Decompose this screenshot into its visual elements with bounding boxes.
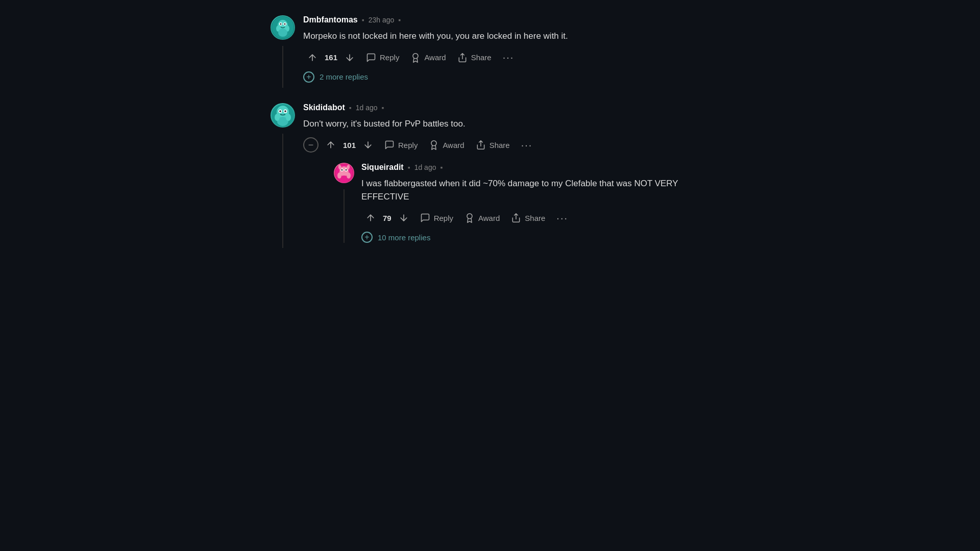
downvote-icon [345, 53, 355, 63]
nested-vote-count-1: 79 [383, 214, 391, 222]
award-button-nested-1[interactable]: Award [460, 210, 504, 226]
downvote-button-2[interactable] [359, 137, 377, 153]
reply-icon-nested [420, 213, 430, 223]
comment-body-1: Dmbfantomas ▪ 23h ago ▪ Morpeko is not l… [303, 15, 709, 83]
downvote-icon-nested [399, 213, 409, 223]
collapse-button-2[interactable]: − [303, 137, 318, 153]
nested-more-replies-1[interactable]: + 10 more replies [361, 232, 709, 243]
nested-text-1: I was flabbergasted when it did ~70% dam… [361, 177, 709, 203]
svg-point-6 [284, 23, 286, 25]
vote-section-1: 161 [303, 50, 359, 65]
thread-line-1 [282, 46, 283, 88]
more-replies-1[interactable]: + 2 more replies [303, 71, 709, 83]
svg-point-9 [278, 29, 287, 37]
avatar-dmbfantomas [271, 15, 295, 40]
downvote-icon-2 [363, 140, 373, 150]
share-button-1[interactable]: Share [453, 50, 496, 65]
reply-button-2[interactable]: Reply [380, 137, 422, 153]
comment-1: Dmbfantomas ▪ 23h ago ▪ Morpeko is not l… [271, 15, 709, 83]
award-icon-2 [429, 140, 439, 150]
more-replies-icon-1: + [303, 71, 314, 83]
nested-timestamp-1: 1d ago [414, 163, 436, 171]
svg-point-20 [431, 141, 436, 146]
svg-point-29 [337, 172, 341, 179]
comment-body-2: Skididabot ▪ 1d ago ▪ Don't worry, it's … [303, 103, 709, 243]
nested-action-bar-1: 79 Reply [361, 210, 709, 226]
comment-header-1: Dmbfantomas ▪ 23h ago ▪ [303, 15, 709, 24]
comments-container: Dmbfantomas ▪ 23h ago ▪ Morpeko is not l… [260, 10, 720, 268]
timestamp-1: 23h ago [369, 16, 395, 24]
award-icon [410, 53, 421, 63]
upvote-button-2[interactable] [322, 137, 340, 153]
avatar-skididabot [271, 103, 295, 128]
comment-section-1: Dmbfantomas ▪ 23h ago ▪ Morpeko is not l… [271, 15, 709, 83]
comment-2: Skididabot ▪ 1d ago ▪ Don't worry, it's … [271, 103, 709, 243]
award-button-2[interactable]: Award [425, 137, 468, 153]
comment-section-2: Skididabot ▪ 1d ago ▪ Don't worry, it's … [271, 103, 709, 243]
timestamp-2: 1d ago [356, 104, 378, 112]
vote-section-2: 101 [322, 137, 377, 153]
svg-point-30 [347, 172, 351, 179]
svg-point-19 [286, 114, 291, 121]
upvote-button-1[interactable] [303, 50, 322, 65]
vote-count-2: 101 [343, 141, 356, 149]
nested-body-1: Siqueiradit ▪ 1d ago ▪ I was flabbergast… [361, 163, 709, 243]
vote-count-1: 161 [325, 53, 337, 62]
svg-point-5 [280, 23, 282, 25]
comment-text-2: Don't worry, it's busted for PvP battles… [303, 117, 709, 131]
username-1: Dmbfantomas [303, 15, 358, 24]
reply-button-1[interactable]: Reply [362, 50, 403, 65]
more-button-2[interactable]: ··· [517, 138, 537, 152]
share-icon [457, 53, 468, 63]
award-icon-nested [464, 213, 475, 223]
thread-line-2 [282, 134, 283, 248]
reply-button-nested-1[interactable]: Reply [416, 210, 457, 226]
nested-vote-section-1: 79 [361, 210, 413, 226]
nested-username-1: Siqueiradit [361, 163, 404, 172]
avatar-siqueiradit [334, 163, 354, 183]
downvote-button-nested-1[interactable] [395, 210, 413, 226]
username-2: Skididabot [303, 103, 345, 112]
svg-point-16 [284, 110, 286, 112]
reply-icon [366, 53, 376, 63]
share-icon-2 [476, 140, 486, 150]
more-button-1[interactable]: ··· [499, 51, 519, 64]
upvote-icon-2 [326, 140, 336, 150]
nested-thread-line-1 [344, 189, 345, 243]
svg-point-18 [275, 114, 280, 121]
svg-point-10 [413, 53, 418, 58]
comment-header-2: Skididabot ▪ 1d ago ▪ [303, 103, 709, 112]
upvote-icon [307, 53, 317, 63]
reply-icon-2 [384, 140, 395, 150]
downvote-button-1[interactable] [340, 50, 359, 65]
svg-point-26 [341, 169, 343, 171]
more-button-nested-1[interactable]: ··· [552, 211, 572, 225]
action-bar-2: 101 Reply [322, 137, 536, 153]
action-bar-1: 161 Reply [303, 50, 709, 65]
nested-comment-1: Siqueiradit ▪ 1d ago ▪ I was flabbergast… [334, 163, 709, 243]
nested-more-replies-icon-1: + [361, 232, 373, 243]
comment-text-1: Morpeko is not locked in here with you, … [303, 30, 709, 43]
award-button-1[interactable]: Award [406, 50, 450, 65]
share-button-nested-1[interactable]: Share [507, 210, 549, 226]
svg-point-15 [279, 110, 281, 112]
upvote-icon-nested [365, 213, 376, 223]
upvote-button-nested-1[interactable] [361, 210, 380, 226]
nested-header-1: Siqueiradit ▪ 1d ago ▪ [361, 163, 709, 172]
svg-point-33 [467, 214, 472, 219]
share-icon-nested [511, 213, 521, 223]
svg-point-27 [346, 169, 347, 171]
share-button-2[interactable]: Share [472, 137, 514, 153]
